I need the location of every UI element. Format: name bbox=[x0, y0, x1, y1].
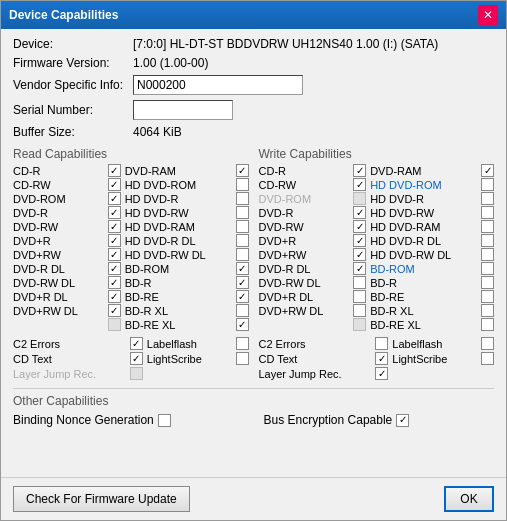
read-hddvdr-checkbox[interactable] bbox=[236, 192, 249, 205]
extra-label: C2 Errors bbox=[259, 338, 372, 350]
write-dvdr-checkbox[interactable] bbox=[353, 206, 366, 219]
write-labelflash-checkbox[interactable] bbox=[481, 337, 494, 350]
write-hddvdr-checkbox[interactable] bbox=[481, 192, 494, 205]
write-bdr-checkbox[interactable] bbox=[481, 276, 494, 289]
write-hddvdrom-checkbox[interactable] bbox=[481, 178, 494, 191]
write-dvdprwdl-checkbox[interactable] bbox=[353, 304, 366, 317]
write-bdrom-checkbox[interactable] bbox=[481, 262, 494, 275]
binding-nonce-checkbox[interactable] bbox=[158, 414, 171, 427]
cap-label: BD-RE bbox=[125, 291, 232, 303]
ok-button[interactable]: OK bbox=[444, 486, 494, 512]
write-layerjump-checkbox[interactable] bbox=[375, 367, 388, 380]
cap-label: BD-R bbox=[370, 277, 477, 289]
write-dvdrdl-checkbox[interactable] bbox=[353, 262, 366, 275]
read-dvdrwdl-checkbox[interactable] bbox=[108, 276, 121, 289]
read-caps-col: Read Capabilities CD-R DVD-RAM CD-RW HD … bbox=[13, 147, 249, 380]
extra-label: CD Text bbox=[259, 353, 372, 365]
read-dvdpr-checkbox[interactable] bbox=[108, 234, 121, 247]
write-cdtext-checkbox[interactable] bbox=[375, 352, 388, 365]
read-dvdprw-checkbox[interactable] bbox=[108, 248, 121, 261]
read-cdrw-checkbox[interactable] bbox=[108, 178, 121, 191]
write-bdrxl-checkbox[interactable] bbox=[481, 304, 494, 317]
serial-label: Serial Number: bbox=[13, 103, 133, 117]
extra-label: Labelflash bbox=[392, 338, 477, 350]
binding-nonce-label: Binding Nonce Generation bbox=[13, 413, 154, 427]
cap-label: BD-ROM bbox=[125, 263, 232, 275]
read-dvdrom-checkbox[interactable] bbox=[108, 192, 121, 205]
cap-label: HD DVD-RW DL bbox=[125, 249, 232, 261]
extra-label: Layer Jump Rec. bbox=[13, 368, 126, 380]
write-hddvdrw-checkbox[interactable] bbox=[481, 206, 494, 219]
read-hddvdrdl-checkbox[interactable] bbox=[236, 234, 249, 247]
read-dvdrdl-checkbox[interactable] bbox=[108, 262, 121, 275]
cap-label: BD-R bbox=[125, 277, 232, 289]
extra-label: C2 Errors bbox=[13, 338, 126, 350]
read-cdr-checkbox[interactable] bbox=[108, 164, 121, 177]
read-bdrxl-checkbox[interactable] bbox=[236, 304, 249, 317]
read-c2errors-checkbox[interactable] bbox=[130, 337, 143, 350]
cap-label: HD DVD-RAM bbox=[370, 221, 477, 233]
firmware-label: Firmware Version: bbox=[13, 56, 133, 70]
read-dvdprdl-checkbox[interactable] bbox=[108, 290, 121, 303]
cap-label: DVD+R DL bbox=[259, 291, 350, 303]
cap-label: DVD-RW DL bbox=[259, 277, 350, 289]
write-c2errors-checkbox[interactable] bbox=[375, 337, 388, 350]
write-bdrexl-checkbox[interactable] bbox=[481, 318, 494, 331]
write-dvdprdl-checkbox[interactable] bbox=[353, 290, 366, 303]
extra-label: LightScribe bbox=[392, 353, 477, 365]
read-dvdr-checkbox[interactable] bbox=[108, 206, 121, 219]
write-dvdram-checkbox[interactable] bbox=[481, 164, 494, 177]
bus-encrypt-checkbox[interactable] bbox=[396, 414, 409, 427]
firmware-update-button[interactable]: Check For Firmware Update bbox=[13, 486, 190, 512]
cap-label: CD-RW bbox=[13, 179, 104, 191]
write-lightscribe-checkbox[interactable] bbox=[481, 352, 494, 365]
read-hddvdram-checkbox[interactable] bbox=[236, 220, 249, 233]
read-cdtext-checkbox[interactable] bbox=[130, 352, 143, 365]
write-dvdpr-checkbox[interactable] bbox=[353, 234, 366, 247]
serial-input[interactable] bbox=[133, 100, 233, 120]
divider bbox=[13, 388, 494, 389]
cap-label: DVD-RW DL bbox=[13, 277, 104, 289]
other-caps-title: Other Capabilities bbox=[13, 394, 494, 408]
write-dvdrw-checkbox[interactable] bbox=[353, 220, 366, 233]
read-bdrexl-checkbox[interactable] bbox=[236, 318, 249, 331]
read-bdr-checkbox[interactable] bbox=[236, 276, 249, 289]
read-layerjump-checkbox[interactable] bbox=[130, 367, 143, 380]
read-hddvdrwdl-checkbox[interactable] bbox=[236, 248, 249, 261]
close-button[interactable]: ✕ bbox=[478, 5, 498, 25]
write-cdr-checkbox[interactable] bbox=[353, 164, 366, 177]
cap-label: DVD-ROM bbox=[259, 193, 350, 205]
cap-label: BD-R XL bbox=[125, 305, 232, 317]
write-hddvdrdl-checkbox[interactable] bbox=[481, 234, 494, 247]
read-lightscribe-checkbox[interactable] bbox=[236, 352, 249, 365]
content-area: Device: [7:0:0] HL-DT-ST BDDVDRW UH12NS4… bbox=[1, 29, 506, 477]
cap-label: DVD+RW DL bbox=[13, 305, 104, 317]
bus-encrypt-item: Bus Encryption Capable bbox=[264, 413, 495, 427]
firmware-row: Firmware Version: 1.00 (1.00-00) bbox=[13, 56, 494, 70]
write-dvdprw-checkbox[interactable] bbox=[353, 248, 366, 261]
window-title: Device Capabilities bbox=[9, 8, 118, 22]
write-dvdrwdl-checkbox[interactable] bbox=[353, 276, 366, 289]
write-caps-grid: CD-R DVD-RAM CD-RW HD DVD-ROM DVD-ROM HD… bbox=[259, 164, 495, 331]
device-capabilities-window: Device Capabilities ✕ Device: [7:0:0] HL… bbox=[0, 0, 507, 521]
write-hddvdram-checkbox[interactable] bbox=[481, 220, 494, 233]
write-hddvdrwdl-checkbox[interactable] bbox=[481, 248, 494, 261]
read-hddvdrw-checkbox[interactable] bbox=[236, 206, 249, 219]
read-dvdrw-checkbox[interactable] bbox=[108, 220, 121, 233]
write-empty-checkbox bbox=[353, 318, 366, 331]
read-dvdram-checkbox[interactable] bbox=[236, 164, 249, 177]
write-bdre-checkbox[interactable] bbox=[481, 290, 494, 303]
write-cdrw-checkbox[interactable] bbox=[353, 178, 366, 191]
read-labelflash-checkbox[interactable] bbox=[236, 337, 249, 350]
read-bdrom-checkbox[interactable] bbox=[236, 262, 249, 275]
write-dvdrom-checkbox[interactable] bbox=[353, 192, 366, 205]
extra-label: CD Text bbox=[13, 353, 126, 365]
read-dvdprwdl-checkbox[interactable] bbox=[108, 304, 121, 317]
vendor-input[interactable] bbox=[133, 75, 303, 95]
cap-label: CD-R bbox=[13, 165, 104, 177]
read-bdre-checkbox[interactable] bbox=[236, 290, 249, 303]
cap-label: HD DVD-RW bbox=[125, 207, 232, 219]
cap-label: HD DVD-R DL bbox=[125, 235, 232, 247]
read-hddvdrom-checkbox[interactable] bbox=[236, 178, 249, 191]
cap-label: BD-RE XL bbox=[370, 319, 477, 331]
